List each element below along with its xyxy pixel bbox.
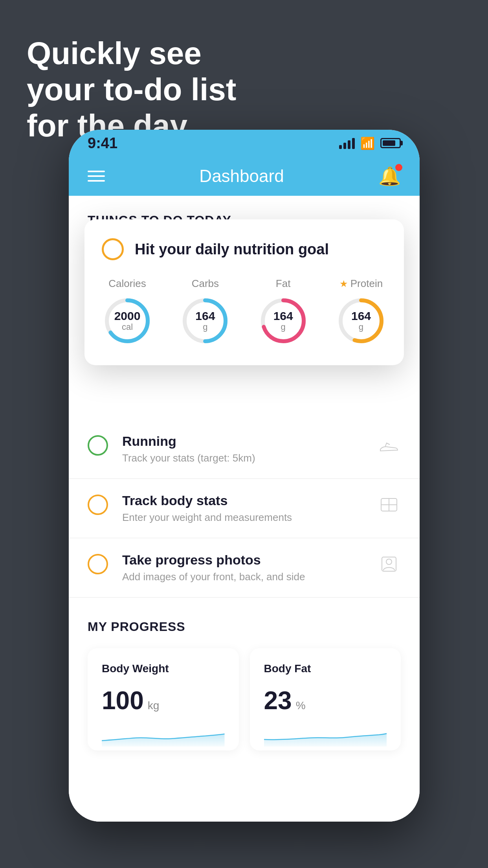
protein-circle: 164 g xyxy=(336,295,387,346)
body-weight-value: 100 xyxy=(102,686,144,715)
svg-point-12 xyxy=(386,559,392,565)
card-title: Hit your daily nutrition goal xyxy=(135,241,329,258)
todo-list: Running Track your stats (target: 5km) T… xyxy=(69,419,420,598)
battery-icon xyxy=(380,138,401,148)
todo-item-running[interactable]: Running Track your stats (target: 5km) xyxy=(69,419,420,479)
todo-subtitle-running: Track your stats (target: 5km) xyxy=(122,452,363,464)
body-fat-value: 23 xyxy=(264,686,292,715)
calories-circle: 2000 cal xyxy=(102,295,153,346)
nutrition-circles: Calories 2000 cal xyxy=(102,278,387,346)
app-header: Dashboard 🔔 xyxy=(69,156,420,196)
body-fat-card: Body Fat 23 % xyxy=(250,648,401,750)
status-icons: 📶 xyxy=(339,136,401,150)
person-icon xyxy=(377,552,401,576)
body-fat-sparkline xyxy=(264,723,387,747)
todo-circle-running xyxy=(88,435,108,456)
progress-cards: Body Weight 100 kg xyxy=(88,648,401,750)
nutrition-card: Hit your daily nutrition goal Calories xyxy=(84,219,404,365)
body-weight-value-row: 100 kg xyxy=(102,686,225,715)
todo-title-photos: Take progress photos xyxy=(122,552,363,568)
card-check-circle xyxy=(102,238,124,260)
status-bar: 9:41 📶 xyxy=(69,130,420,156)
wifi-icon: 📶 xyxy=(360,136,375,150)
todo-title-body-stats: Track body stats xyxy=(122,493,363,508)
nutrition-protein: ★ Protein 164 g xyxy=(336,278,387,346)
star-icon: ★ xyxy=(339,278,348,289)
todo-item-photos[interactable]: Take progress photos Add images of your … xyxy=(69,538,420,598)
nutrition-fat: Fat 164 g xyxy=(258,278,309,346)
carbs-label: Carbs xyxy=(192,278,219,290)
protein-label: Protein xyxy=(350,278,383,290)
app-body: THINGS TO DO TODAY Hit your daily nutrit… xyxy=(69,196,420,822)
body-fat-unit: % xyxy=(296,699,306,712)
todo-text-photos: Take progress photos Add images of your … xyxy=(122,552,363,583)
headline: Quickly see your to-do list for the day. xyxy=(27,35,236,144)
todo-subtitle-photos: Add images of your front, back, and side xyxy=(122,571,363,583)
scale-icon xyxy=(377,493,401,517)
nutrition-carbs: Carbs 164 g xyxy=(180,278,231,346)
signal-icon xyxy=(339,137,355,149)
app-title: Dashboard xyxy=(199,166,284,186)
body-weight-unit: kg xyxy=(148,699,160,712)
status-time: 9:41 xyxy=(88,135,117,152)
todo-circle-photos xyxy=(88,554,108,574)
todo-title-running: Running xyxy=(122,434,363,449)
body-weight-card: Body Weight 100 kg xyxy=(88,648,239,750)
todo-text-running: Running Track your stats (target: 5km) xyxy=(122,434,363,464)
progress-header: MY PROGRESS xyxy=(88,620,401,634)
carbs-circle: 164 g xyxy=(180,295,231,346)
phone-frame: 9:41 📶 Dashboard 🔔 THINGS TO DO TOD xyxy=(69,130,420,822)
progress-section: MY PROGRESS Body Weight 100 kg xyxy=(69,598,420,750)
hamburger-menu[interactable] xyxy=(88,171,105,182)
body-fat-value-row: 23 % xyxy=(264,686,387,715)
card-title-row: Hit your daily nutrition goal xyxy=(102,238,387,260)
todo-circle-body-stats xyxy=(88,495,108,515)
body-fat-title: Body Fat xyxy=(264,662,387,675)
todo-item-body-stats[interactable]: Track body stats Enter your weight and m… xyxy=(69,479,420,538)
fat-circle: 164 g xyxy=(258,295,309,346)
body-weight-title: Body Weight xyxy=(102,662,225,675)
notification-dot xyxy=(395,164,402,171)
shoe-icon xyxy=(377,434,401,457)
nutrition-calories: Calories 2000 cal xyxy=(102,278,153,346)
calories-label: Calories xyxy=(108,278,146,290)
todo-subtitle-body-stats: Enter your weight and measurements xyxy=(122,511,363,524)
todo-text-body-stats: Track body stats Enter your weight and m… xyxy=(122,493,363,524)
body-weight-sparkline xyxy=(102,723,225,747)
fat-label: Fat xyxy=(276,278,291,290)
notification-button[interactable]: 🔔 xyxy=(378,166,401,187)
